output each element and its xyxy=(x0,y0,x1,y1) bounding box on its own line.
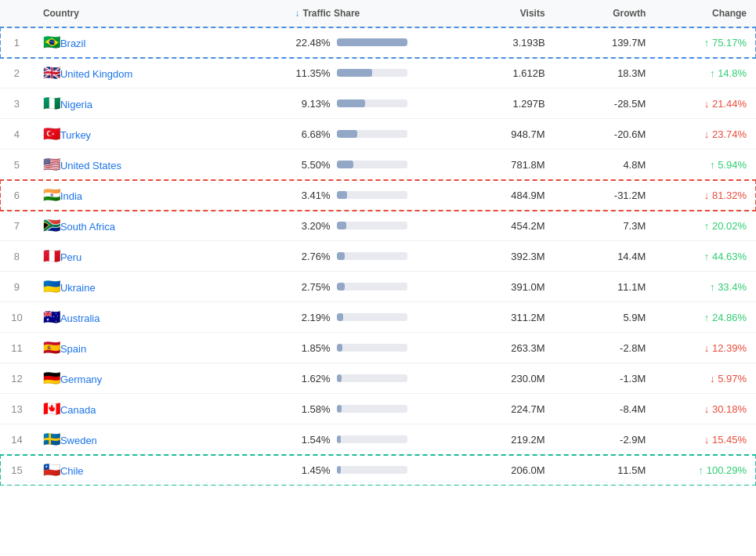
country-cell: 🇪🇸Spain xyxy=(34,333,286,363)
change-cell: ↑ 33.4% xyxy=(655,272,756,302)
table-row: 4🇹🇷Turkey6.68%948.7M-20.6M↓ 23.74% xyxy=(0,119,756,150)
country-name[interactable]: Sweden xyxy=(60,435,97,446)
growth-cell: -28.5M xyxy=(555,88,656,119)
table-row: 12🇩🇪Germany1.62%230.0M-1.3M↓ 5.97% xyxy=(0,363,756,394)
rank-cell: 9 xyxy=(0,272,34,302)
visits-cell: 263.3M xyxy=(454,333,555,363)
country-name[interactable]: South Africa xyxy=(60,221,115,233)
country-name[interactable]: Turkey xyxy=(60,129,91,141)
traffic-pct: 1.54% xyxy=(295,434,331,446)
country-name[interactable]: Chile xyxy=(60,465,84,477)
traffic-bar-fill xyxy=(337,69,372,77)
country-cell: 🇺🇦Ukraine xyxy=(34,272,286,302)
growth-cell: 4.8M xyxy=(555,150,656,180)
change-cell: ↓ 5.97% xyxy=(655,363,756,394)
growth-cell: -8.4M xyxy=(555,394,656,424)
traffic-pct: 1.58% xyxy=(295,403,331,415)
traffic-share-cell: 2.75% xyxy=(286,272,454,302)
traffic-bar-fill xyxy=(337,38,407,46)
traffic-bar-bg xyxy=(337,222,407,229)
rank-cell: 14 xyxy=(0,424,34,455)
visits-cell: 454.2M xyxy=(454,211,555,241)
table-row: 1🇧🇷Brazil22.48%3.193B139.7M↑ 75.17% xyxy=(0,27,756,58)
change-cell: ↑ 20.02% xyxy=(655,211,756,241)
growth-cell: 5.9M xyxy=(555,302,656,333)
traffic-pct: 5.50% xyxy=(295,159,331,171)
country-name[interactable]: Spain xyxy=(60,343,86,355)
traffic-bar-fill xyxy=(337,191,348,199)
traffic-bar-bg xyxy=(337,405,407,413)
table-row: 7🇿🇦South Africa3.20%454.2M7.3M↑ 20.02% xyxy=(0,211,756,241)
growth-cell: 14.4M xyxy=(555,241,656,272)
change-cell: ↓ 15.45% xyxy=(655,424,756,455)
flag-icon: 🇨🇦 xyxy=(43,401,60,417)
flag-icon: 🇿🇦 xyxy=(43,218,60,233)
growth-header[interactable]: Growth xyxy=(555,0,656,27)
traffic-bar-fill xyxy=(337,344,342,352)
visits-cell: 1.297B xyxy=(454,88,555,119)
traffic-bar-bg xyxy=(337,161,407,168)
traffic-share-cell: 1.58% xyxy=(286,394,454,424)
traffic-pct: 2.19% xyxy=(295,312,331,323)
flag-icon: 🇸🇪 xyxy=(43,431,60,447)
table-row: 15🇨🇱Chile1.45%206.0M11.5M↑ 100.29% xyxy=(0,455,756,486)
traffic-bar-fill xyxy=(337,466,341,474)
rank-cell: 13 xyxy=(0,394,34,424)
sort-down-icon: ↓ xyxy=(295,8,300,19)
growth-cell: 139.7M xyxy=(555,27,656,58)
growth-cell: 18.3M xyxy=(555,58,656,88)
traffic-share-cell: 11.35% xyxy=(286,58,454,88)
rank-cell: 2 xyxy=(0,58,34,88)
country-name[interactable]: United States xyxy=(60,160,121,171)
table-row: 11🇪🇸Spain1.85%263.3M-2.8M↓ 12.39% xyxy=(0,333,756,363)
change-header[interactable]: Change xyxy=(655,0,756,27)
country-name[interactable]: India xyxy=(60,190,82,202)
traffic-bar-fill xyxy=(337,313,343,321)
traffic-share-header[interactable]: ↓Traffic Share xyxy=(286,0,454,27)
country-name[interactable]: Ukraine xyxy=(60,282,96,294)
change-cell: ↑ 100.29% xyxy=(655,455,756,486)
visits-cell: 206.0M xyxy=(454,455,555,486)
traffic-bar-bg xyxy=(337,466,407,474)
flag-icon: 🇹🇷 xyxy=(43,126,60,142)
country-name[interactable]: Brazil xyxy=(60,38,86,49)
traffic-table-container: Country ↓Traffic Share Visits Growth Cha… xyxy=(0,0,756,486)
table-row: 13🇨🇦Canada1.58%224.7M-8.4M↓ 30.18% xyxy=(0,394,756,424)
rank-cell: 11 xyxy=(0,333,34,363)
flag-icon: 🇺🇸 xyxy=(43,157,60,172)
country-name[interactable]: Germany xyxy=(60,374,102,385)
flag-icon: 🇺🇦 xyxy=(43,279,60,294)
flag-icon: 🇧🇷 xyxy=(43,34,60,50)
growth-cell: 11.1M xyxy=(555,272,656,302)
country-name[interactable]: Australia xyxy=(60,312,100,324)
traffic-share-cell: 22.48% xyxy=(286,27,454,58)
traffic-bar-bg xyxy=(337,69,407,77)
visits-cell: 392.3M xyxy=(454,241,555,272)
table-row: 3🇳🇬Nigeria9.13%1.297B-28.5M↓ 21.44% xyxy=(0,88,756,119)
traffic-bar-fill xyxy=(337,405,342,413)
traffic-bar-fill xyxy=(337,374,342,382)
growth-cell: -31.2M xyxy=(555,180,656,211)
traffic-bar-bg xyxy=(337,130,407,138)
country-cell: 🇹🇷Turkey xyxy=(34,119,286,150)
country-name[interactable]: Nigeria xyxy=(60,99,92,110)
visits-cell: 3.193B xyxy=(454,27,555,58)
traffic-pct: 22.48% xyxy=(295,37,331,49)
country-name[interactable]: Peru xyxy=(60,251,81,263)
change-cell: ↓ 81.32% xyxy=(655,180,756,211)
country-header[interactable]: Country xyxy=(34,0,286,27)
traffic-bar-bg xyxy=(337,283,407,291)
traffic-bar-fill xyxy=(337,252,345,260)
country-cell: 🇦🇺Australia xyxy=(34,302,286,333)
country-cell: 🇺🇸United States xyxy=(34,150,286,180)
country-name[interactable]: United Kingdom xyxy=(60,68,133,80)
country-name[interactable]: Canada xyxy=(60,404,96,416)
visits-cell: 224.7M xyxy=(454,394,555,424)
traffic-bar-fill xyxy=(337,99,365,107)
change-cell: ↑ 5.94% xyxy=(655,150,756,180)
traffic-pct: 1.62% xyxy=(295,373,331,385)
change-cell: ↓ 12.39% xyxy=(655,333,756,363)
traffic-share-cell: 2.76% xyxy=(286,241,454,272)
visits-header[interactable]: Visits xyxy=(454,0,555,27)
country-cell: 🇿🇦South Africa xyxy=(34,211,286,241)
